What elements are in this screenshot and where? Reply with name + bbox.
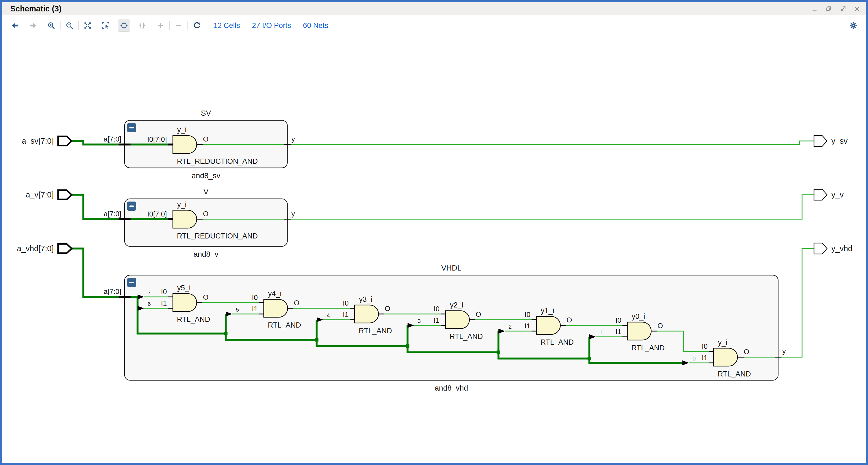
port-y_vhd[interactable] [814, 243, 827, 254]
gate-input-pin-label: I0[7:0] [147, 135, 167, 143]
gate-type-label: RTL_REDUCTION_AND [177, 157, 258, 166]
net-wire[interactable] [781, 249, 814, 357]
gate-input-pin-label: I0 [252, 293, 258, 301]
zoom-in-button[interactable] [45, 20, 57, 31]
gate-input-pin-label: I1 [434, 316, 440, 324]
gate-output-pin-label: O [203, 135, 208, 143]
expand-button[interactable] [154, 20, 166, 31]
port-a_sv-7-0-[interactable] [58, 136, 72, 146]
collapse-minus-icon [129, 206, 134, 207]
bus-bit-number: 5 [236, 307, 239, 313]
gate-input-pin-label: I0 [434, 305, 440, 313]
net-wire[interactable] [290, 195, 814, 219]
gate-y2_i[interactable] [445, 311, 469, 329]
bus-junction [315, 338, 318, 342]
gate-y0_i[interactable] [627, 322, 651, 340]
gate-y_i[interactable] [714, 348, 738, 366]
gate-output-pin-label: O [744, 348, 749, 356]
gate-output-pin-label: O [657, 322, 663, 330]
gate-name-label: y0_i [632, 312, 645, 320]
refresh-icon [193, 22, 201, 30]
minimize-icon [812, 6, 817, 12]
port-a_vhd-7-0-[interactable] [58, 244, 72, 253]
gate-y_i[interactable] [173, 210, 197, 228]
block-pin-label: y [291, 135, 295, 143]
gate-input-pin-label: I0 [343, 299, 349, 307]
maximize-icon [826, 6, 832, 12]
bus-bit-number: 3 [417, 318, 421, 324]
autofit-selection-button[interactable] [118, 20, 130, 31]
zoom-to-selection-button[interactable] [100, 20, 112, 31]
block-instance-label: and8_v [193, 250, 218, 258]
toolbar-separator [187, 21, 188, 30]
toolbar: 12 Cells 27 I/O Ports 60 Nets [2, 15, 866, 36]
zoom-fit-button[interactable] [82, 20, 94, 31]
block-pin-label: a[7:0] [104, 135, 121, 143]
schematic-window: Schematic (3) [0, 0, 868, 465]
collapse-minus-icon [129, 127, 134, 128]
close-icon [854, 6, 860, 12]
nets-link[interactable]: 60 Nets [303, 22, 328, 30]
gate-input-pin-label: I0 [702, 342, 708, 350]
gate-input-pin-label: I0[7:0] [147, 210, 167, 218]
port-y_sv[interactable] [814, 136, 827, 146]
gate-output-pin-label: O [203, 293, 208, 301]
back-button[interactable] [9, 20, 21, 31]
crosshair-icon [120, 22, 128, 30]
gate-name-label: y1_i [541, 307, 554, 315]
block-title: SV [201, 109, 211, 117]
bus-junction [588, 357, 591, 360]
cells-link[interactable]: 12 Cells [214, 22, 240, 30]
gate-y1_i[interactable] [536, 316, 560, 335]
back-arrow-icon [11, 22, 19, 30]
forward-button[interactable] [27, 20, 39, 31]
gate-output-pin-label: O [566, 316, 572, 324]
gate-type-label: RTL_AND [718, 370, 751, 378]
gate-y5_i[interactable] [173, 294, 197, 312]
toolbar-links: 12 Cells 27 I/O Ports 60 Nets [214, 22, 328, 30]
regenerate-button[interactable] [191, 20, 203, 31]
schematic-canvas[interactable]: SVand8_sva[7:0]yVand8_va[7:0]yVHDLand8_v… [2, 36, 866, 463]
gate-output-pin-label: O [203, 210, 208, 218]
float-button[interactable] [839, 5, 846, 12]
zoom-selection-icon [102, 22, 110, 30]
cell-icon [138, 22, 146, 30]
gate-type-label: RTL_AND [540, 338, 574, 346]
gear-icon [849, 21, 858, 30]
settings-button[interactable] [847, 20, 859, 31]
maximize-button[interactable] [825, 5, 832, 12]
block-instance-label: and8_sv [192, 171, 220, 180]
zoom-out-icon [65, 22, 73, 30]
port-a_v-7-0-[interactable] [58, 190, 72, 199]
port-y_v[interactable] [814, 189, 827, 200]
forward-arrow-icon [29, 22, 37, 30]
gate-y3_i[interactable] [354, 305, 378, 323]
gate-input-pin-label: I0 [615, 316, 621, 324]
bus-bit-number: 0 [692, 355, 696, 361]
bus-bit-number: 6 [148, 301, 151, 307]
gate-y_i[interactable] [173, 136, 197, 153]
port-label: y_vhd [831, 244, 852, 253]
gate-input-pin-label: I0 [161, 288, 167, 296]
bus-bit-number: 2 [508, 323, 512, 330]
schematic-canvas-area[interactable]: SVand8_sva[7:0]yVand8_va[7:0]yVHDLand8_v… [2, 36, 866, 463]
port-label: y_sv [831, 137, 848, 145]
gate-name-label: y_i [718, 339, 727, 347]
close-button[interactable] [854, 5, 860, 12]
collapse-minus-icon [129, 282, 134, 283]
collapse-button[interactable] [173, 20, 185, 31]
block-pin-label: a[7:0] [104, 210, 121, 218]
zoom-out-button[interactable] [63, 20, 75, 31]
block-pin-label: y [291, 210, 295, 218]
block-title: V [204, 187, 209, 196]
minimize-button[interactable] [811, 5, 818, 12]
bus-junction [224, 332, 228, 336]
net-wire[interactable] [290, 141, 814, 145]
gate-y4_i[interactable] [264, 299, 288, 317]
gate-input-pin-label: I1 [525, 322, 530, 330]
toolbar-separator [42, 21, 42, 30]
io-ports-link[interactable]: 27 I/O Ports [252, 22, 291, 30]
expand-cell-button[interactable] [136, 20, 148, 31]
gate-type-label: RTL_AND [450, 332, 483, 341]
bus-junction [497, 351, 500, 354]
